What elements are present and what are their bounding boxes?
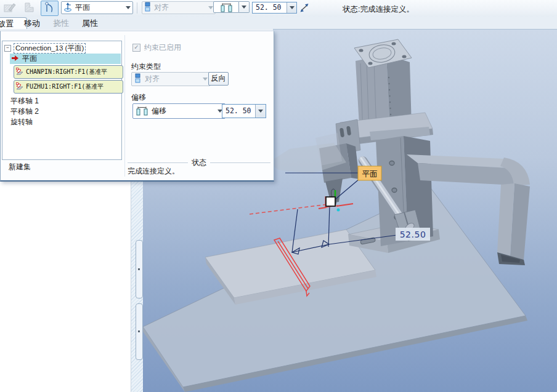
corner-block-icon bbox=[23, 2, 35, 15]
tree-row-connection[interactable]: − Connection_13 (平面) bbox=[4, 43, 86, 54]
splitter-handle-lower[interactable] bbox=[136, 303, 143, 360]
offset-type-value: 偏移 bbox=[152, 106, 214, 116]
offset-type-dropdown[interactable]: 偏移 bbox=[132, 103, 226, 119]
drag-handle[interactable] bbox=[326, 197, 335, 206]
constraint-enabled-row: ✓ 约束已启用 bbox=[132, 42, 181, 53]
offset-section-label: 偏移 bbox=[131, 92, 146, 103]
offset-value-dropdown-button[interactable] bbox=[255, 105, 266, 118]
collapse-minus-icon[interactable]: − bbox=[4, 45, 11, 52]
offset-dimension-value[interactable]: 52.50 bbox=[400, 230, 426, 239]
dashboard-toolbar: 平面 对齐 52. 50 bbox=[0, 0, 557, 17]
connection-tree[interactable]: − Connection_13 (平面) 平面 CHANPIN:RIGHT:F1… bbox=[2, 41, 122, 160]
offset-value-field[interactable]: 52. 50 bbox=[222, 105, 255, 118]
tab-properties[interactable]: 属性 bbox=[78, 17, 102, 29]
joint-type-dropdown[interactable]: 平面 bbox=[61, 1, 133, 14]
status-section-title: 状态 bbox=[192, 158, 206, 168]
tree-row-rotation-axis[interactable]: 旋转轴 bbox=[10, 117, 33, 127]
creo-assembly-window: 平面 对齐 52. 50 bbox=[0, 0, 557, 392]
offset-type-icon bbox=[213, 1, 239, 13]
new-set-link[interactable]: 新建集 bbox=[9, 162, 31, 172]
tab-flexibility: 挠性 bbox=[49, 17, 73, 29]
offset-reference-dashed-line bbox=[250, 204, 328, 214]
offset-value-toolbar[interactable]: 52. 50 bbox=[253, 2, 287, 13]
offset-dimension-label[interactable]: 52.50 bbox=[396, 228, 430, 241]
splitter-handle-upper[interactable] bbox=[136, 240, 143, 298]
chevron-down-icon[interactable] bbox=[239, 1, 250, 13]
reference-chip-1[interactable]: CHANPIN:RIGHT:F1(基准平 bbox=[14, 65, 123, 79]
constraint-type-value-toolbar: 对齐 bbox=[154, 2, 206, 13]
tree-row-plane-selected[interactable]: 平面 bbox=[10, 54, 121, 64]
dashboard-tabs: 放置 移动 挠性 属性 bbox=[0, 17, 557, 30]
datum-edit-icon bbox=[4, 2, 17, 15]
offset-type-icon bbox=[136, 105, 148, 118]
joint-definition-button[interactable] bbox=[41, 1, 59, 16]
axis-plane-icon bbox=[63, 2, 73, 14]
offset-type-split-button[interactable] bbox=[213, 1, 250, 13]
constraint-type-label: 约束类型 bbox=[131, 62, 161, 72]
chevron-down-icon bbox=[208, 6, 213, 12]
joint-definition-icon bbox=[44, 1, 56, 15]
datum-plane-icon bbox=[15, 82, 24, 92]
constraint-type-dropdown-toolbar: 对齐 bbox=[142, 1, 216, 14]
connection-name[interactable]: Connection_13 (平面) bbox=[14, 43, 86, 54]
flip-button[interactable]: 反向 bbox=[208, 72, 229, 86]
base-plate[interactable] bbox=[143, 189, 527, 392]
constraint-enabled-checkbox: ✓ bbox=[132, 44, 140, 52]
toolbar-separator bbox=[137, 2, 137, 14]
offset-value-combo[interactable]: 52. 50 bbox=[222, 104, 266, 118]
tab-move[interactable]: 移动 bbox=[20, 17, 44, 29]
divider-line bbox=[128, 162, 188, 163]
offset-value-dropdown-button[interactable] bbox=[287, 2, 296, 13]
current-item-arrow-icon bbox=[11, 55, 19, 63]
plane-constraint-tag[interactable]: 平面 bbox=[358, 166, 381, 180]
chevron-down-icon bbox=[203, 78, 208, 83]
align-type-icon bbox=[134, 73, 142, 85]
constraint-type-dropdown: 对齐 bbox=[131, 72, 211, 86]
divider-line bbox=[210, 162, 270, 163]
snap-point-cyan bbox=[337, 209, 340, 212]
offset-value-combo-toolbar[interactable]: 52. 50 bbox=[252, 2, 297, 14]
joint-type-value: 平面 bbox=[75, 2, 123, 13]
reference-1-label: CHANPIN:RIGHT:F1(基准平 bbox=[26, 68, 107, 76]
reference-2-label: FUZHU1:RIGHT:F1(基准平 bbox=[26, 82, 104, 91]
tree-row-translation-axis-2[interactable]: 平移轴 2 bbox=[10, 106, 39, 117]
placement-panel: − Connection_13 (平面) 平面 CHANPIN:RIGHT:F1… bbox=[0, 31, 274, 182]
status-text: 状态:完成连接定义。 bbox=[343, 4, 414, 15]
datum-plane-icon bbox=[15, 67, 24, 78]
tree-row-translation-axis-1[interactable]: 平移轴 1 bbox=[10, 96, 39, 106]
constraint-type-value: 对齐 bbox=[145, 74, 200, 84]
datum-edit-button bbox=[1, 1, 19, 16]
panel-divider bbox=[124, 35, 125, 177]
align-type-icon bbox=[144, 2, 152, 14]
plane-tag-text: 平面 bbox=[362, 169, 378, 178]
selected-constraint-label: 平面 bbox=[22, 54, 37, 64]
corner-block-button bbox=[20, 1, 38, 16]
chevron-down-icon bbox=[126, 6, 131, 12]
reference-chip-2[interactable]: FUZHU1:RIGHT:F1(基准平 bbox=[14, 80, 123, 94]
constraint-enabled-label: 约束已启用 bbox=[144, 42, 181, 53]
flip-direction-icon[interactable] bbox=[299, 2, 311, 14]
status-message: 完成连接定义。 bbox=[128, 166, 179, 177]
